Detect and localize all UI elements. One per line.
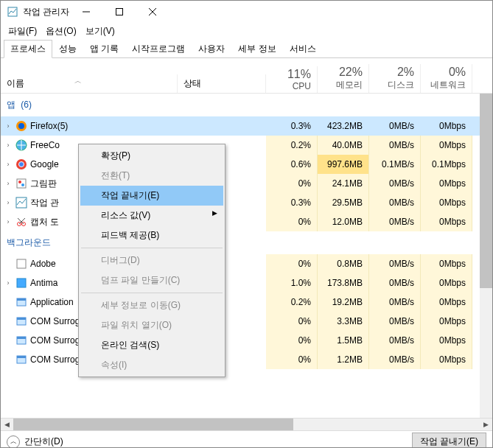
ctx-endtask[interactable]: 작업 끝내기(E) (80, 186, 223, 206)
ctx-details: 세부 정보로 이동(G) (80, 295, 223, 315)
cell-usage: 3.3MB (318, 312, 369, 331)
cell-usage: 0Mbps (421, 273, 472, 293)
cell-usage: 24.1MB (318, 174, 369, 193)
shield-icon (15, 277, 27, 289)
cell-usage: 0.3% (266, 116, 318, 136)
ctx-debug: 디버그(D) (80, 251, 223, 270)
end-task-button[interactable]: 작업 끝내기(E) (412, 433, 486, 448)
header-disk[interactable]: 2% 디스크 (369, 64, 421, 93)
expand-icon[interactable]: › (4, 279, 13, 287)
header-name[interactable]: ︿ 이름 (1, 74, 178, 93)
process-row[interactable]: ›Firefox(5)0.3%423.2MB0MB/s0Mbps (1, 116, 492, 136)
cell-usage: 0% (266, 312, 318, 331)
cell-usage: 1.5MB (318, 331, 369, 350)
context-separator (81, 248, 223, 248)
process-row[interactable]: ›그림판0%24.1MB0MB/s0Mbps (1, 174, 492, 193)
tab-apphistory[interactable]: 앱 기록 (83, 40, 125, 57)
tab-users[interactable]: 사용자 (192, 40, 231, 57)
process-row[interactable]: ›Google0.6%997.6MB0.1MB/s0.1Mbps (1, 155, 492, 174)
header-cpu[interactable]: 11% CPU (266, 66, 318, 93)
fewer-details-button[interactable]: ︿ 간단히(D) (7, 435, 63, 449)
process-row[interactable]: COM Surrogate0%1.5MB0MB/s0Mbps (1, 331, 492, 350)
cell-usage: 0Mbps (421, 254, 472, 273)
cell-usage: 0Mbps (421, 293, 472, 312)
group-background[interactable]: 백그라운드 (1, 231, 492, 254)
firefox-icon (15, 120, 27, 132)
process-row[interactable]: ›작업 관0.3%29.5MB0MB/s0Mbps (1, 193, 492, 212)
cell-usage: 0Mbps (421, 312, 472, 331)
vertical-scrollbar[interactable] (480, 94, 492, 418)
cell-usage: 0Mbps (421, 350, 472, 369)
cell-usage: 0% (266, 331, 318, 350)
snip-icon (15, 216, 27, 228)
expand-icon[interactable]: › (4, 141, 13, 149)
cell-usage: 0Mbps (421, 136, 472, 155)
close-button[interactable] (136, 1, 169, 23)
scrollbar-thumb[interactable] (480, 94, 492, 288)
process-row[interactable]: COM Surrogate0%3.3MB0MB/s0Mbps (1, 312, 492, 331)
cell-usage: 997.6MB (318, 155, 369, 174)
cell-usage: 0.3% (266, 193, 318, 212)
cell-usage: 0MB/s (369, 116, 421, 136)
scrollbar-thumb[interactable] (13, 419, 293, 430)
process-row[interactable]: ›FreeCo0.2%40.0MB0MB/s0Mbps (1, 136, 492, 155)
process-row[interactable]: ›캡처 도0%12.0MB0MB/s0Mbps (1, 212, 492, 231)
menu-options[interactable]: 옵션(O) (41, 24, 80, 39)
cell-usage: 173.8MB (318, 273, 369, 293)
svg-rect-22 (17, 298, 26, 301)
expand-icon[interactable]: › (4, 218, 13, 225)
header-network[interactable]: 0% 네트워크 (421, 64, 472, 93)
process-row[interactable]: COM Surrogate(32비트)0%1.2MB0MB/s0Mbps (1, 350, 492, 369)
process-name: FreeCo (30, 140, 60, 150)
tab-performance[interactable]: 성능 (52, 40, 83, 57)
horizontal-scrollbar[interactable]: ◀ ▶ (1, 418, 492, 430)
cell-name: ›Firefox(5) (1, 120, 178, 132)
cell-usage: 0.2% (266, 136, 318, 155)
ctx-feedback[interactable]: 피드백 제공(B) (80, 225, 223, 245)
ctx-expand[interactable]: 확장(P) (80, 146, 223, 166)
cell-usage: 0MB/s (369, 136, 421, 155)
cell-usage: 1.2MB (318, 350, 369, 369)
titlebar[interactable]: 작업 관리자 (1, 1, 492, 23)
process-name: Antima (30, 278, 57, 288)
expand-icon[interactable]: › (4, 122, 13, 130)
minimize-button[interactable] (69, 1, 102, 23)
maximize-button[interactable] (102, 1, 136, 23)
process-row[interactable]: Adobe0%0.8MB0MB/s0Mbps (1, 254, 492, 273)
svg-point-13 (21, 183, 24, 186)
header-state[interactable]: 상태 (178, 74, 266, 93)
menu-view[interactable]: 보기(V) (81, 24, 119, 39)
cell-usage: 0.6% (266, 155, 318, 174)
cell-usage: 0.1Mbps (421, 155, 472, 174)
expand-icon[interactable]: › (4, 199, 13, 206)
cell-usage: 0.8MB (318, 254, 369, 273)
cell-usage: 1.0% (266, 273, 318, 293)
scroll-left-button[interactable]: ◀ (1, 419, 13, 430)
cell-usage: 0Mbps (421, 174, 472, 193)
scrollbar-track[interactable] (13, 419, 480, 430)
process-row[interactable]: ›Antima1.0%173.8MB0MB/s0Mbps (1, 273, 492, 293)
process-row[interactable]: Application0.2%19.2MB0MB/s0Mbps (1, 293, 492, 312)
expand-icon[interactable]: › (4, 161, 13, 168)
statusbar: ︿ 간단히(D) 작업 끝내기(E) (1, 430, 492, 448)
tab-processes[interactable]: 프로세스 (4, 40, 52, 58)
tab-details[interactable]: 세부 정보 (231, 40, 282, 57)
process-list: 앱 (6) ›Firefox(5)0.3%423.2MB0MB/s0Mbps›F… (1, 94, 492, 418)
group-apps[interactable]: 앱 (6) (1, 94, 492, 116)
svg-rect-28 (17, 356, 26, 358)
chevron-up-icon: ︿ (7, 435, 20, 449)
cell-usage: 0Mbps (421, 212, 472, 231)
svg-point-6 (18, 123, 24, 129)
submenu-arrow-icon: ▶ (212, 209, 217, 217)
menu-file[interactable]: 파일(F) (4, 24, 41, 39)
header-memory[interactable]: 22% 메모리 (318, 64, 369, 93)
ctx-online[interactable]: 온라인 검색(S) (80, 335, 223, 355)
app-icon (15, 335, 27, 346)
tab-services[interactable]: 서비스 (283, 40, 323, 57)
ctx-resource[interactable]: 리소스 값(V)▶ (80, 206, 223, 225)
process-name: 캡처 도 (30, 216, 59, 228)
scroll-right-button[interactable]: ▶ (480, 419, 492, 430)
process-name: 그림판 (30, 178, 57, 190)
tab-startup[interactable]: 시작프로그램 (125, 40, 192, 57)
expand-icon[interactable]: › (4, 180, 13, 187)
